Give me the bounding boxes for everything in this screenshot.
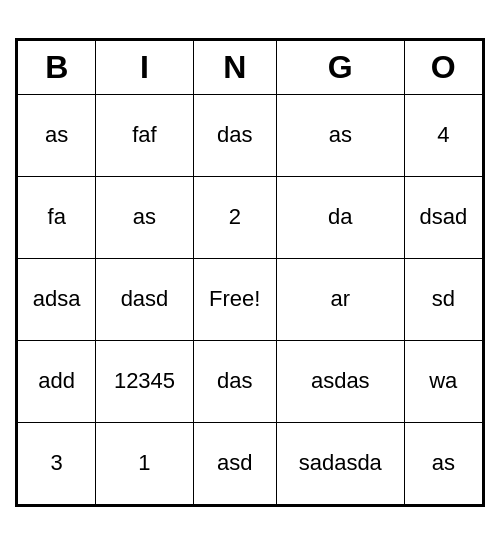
cell-r1c1: as (96, 176, 193, 258)
row-4: 31asdsadasdaas (18, 422, 483, 504)
row-1: faas2dadsad (18, 176, 483, 258)
cell-r2c4: sd (404, 258, 482, 340)
cell-r4c0: 3 (18, 422, 96, 504)
cell-r0c4: 4 (404, 94, 482, 176)
cell-r4c1: 1 (96, 422, 193, 504)
cell-r1c2: 2 (193, 176, 276, 258)
row-0: asfafdasas4 (18, 94, 483, 176)
cell-r4c2: asd (193, 422, 276, 504)
cell-r3c0: add (18, 340, 96, 422)
cell-r3c3: asdas (277, 340, 405, 422)
header-row: B I N G O (18, 40, 483, 94)
bingo-table: B I N G O asfafdasas4faas2dadsadadsadasd… (17, 40, 483, 505)
cell-r3c4: wa (404, 340, 482, 422)
bingo-card: B I N G O asfafdasas4faas2dadsadadsadasd… (15, 38, 485, 507)
cell-r2c0: adsa (18, 258, 96, 340)
col-b: B (18, 40, 96, 94)
cell-r2c1: dasd (96, 258, 193, 340)
col-g: G (277, 40, 405, 94)
cell-r1c0: fa (18, 176, 96, 258)
cell-r2c2: Free! (193, 258, 276, 340)
cell-r0c0: as (18, 94, 96, 176)
cell-r4c4: as (404, 422, 482, 504)
cell-r1c4: dsad (404, 176, 482, 258)
cell-r0c3: as (277, 94, 405, 176)
cell-r2c3: ar (277, 258, 405, 340)
cell-r0c1: faf (96, 94, 193, 176)
col-o: O (404, 40, 482, 94)
row-3: add12345dasasdaswa (18, 340, 483, 422)
row-2: adsadasdFree!arsd (18, 258, 483, 340)
cell-r4c3: sadasda (277, 422, 405, 504)
cell-r3c1: 12345 (96, 340, 193, 422)
cell-r0c2: das (193, 94, 276, 176)
col-i: I (96, 40, 193, 94)
cell-r3c2: das (193, 340, 276, 422)
col-n: N (193, 40, 276, 94)
cell-r1c3: da (277, 176, 405, 258)
